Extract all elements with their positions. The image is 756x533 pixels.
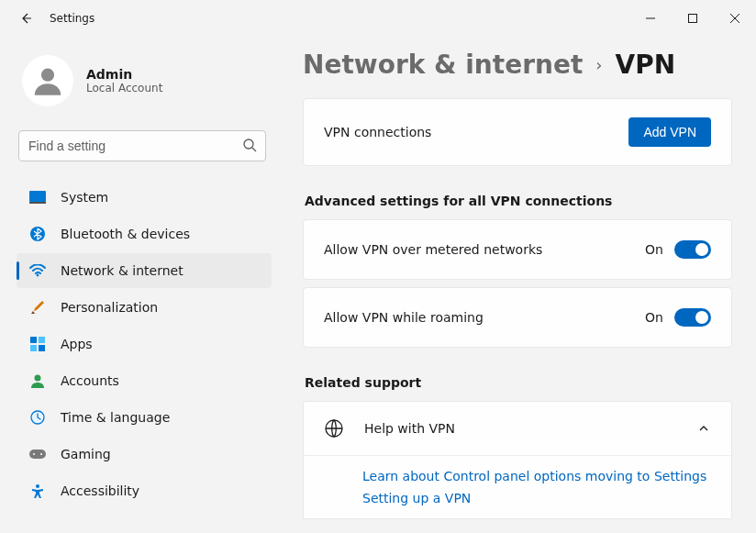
- sidebar-item-network[interactable]: Network & internet: [17, 253, 272, 288]
- expander-title: Help with VPN: [364, 421, 678, 436]
- globe-help-icon: [324, 418, 344, 439]
- svg-rect-10: [39, 345, 45, 351]
- help-link[interactable]: Setting up a VPN: [362, 491, 711, 505]
- profile-sub: Local Account: [86, 82, 162, 94]
- svg-rect-8: [39, 337, 45, 343]
- maximize-icon: [688, 14, 697, 23]
- nav-list: System Bluetooth & devices Network & int…: [17, 180, 272, 508]
- toggle-label: Allow VPN over metered networks: [324, 242, 542, 257]
- minimize-button[interactable]: [629, 4, 672, 33]
- sidebar-item-accessibility[interactable]: Accessibility: [17, 473, 272, 508]
- sidebar-item-system[interactable]: System: [17, 180, 272, 215]
- account-icon: [29, 372, 46, 389]
- wifi-icon: [29, 262, 46, 279]
- breadcrumb: Network & internet › VPN: [303, 50, 732, 80]
- search-input[interactable]: [18, 130, 266, 161]
- sidebar: Admin Local Account System Bluetooth & d…: [0, 37, 275, 533]
- profile-block[interactable]: Admin Local Account: [17, 46, 272, 121]
- profile-name: Admin: [86, 67, 162, 82]
- help-expander-header[interactable]: Help with VPN: [303, 401, 732, 456]
- toggle-switch[interactable]: [674, 240, 711, 259]
- avatar: [22, 55, 73, 106]
- svg-rect-4: [29, 202, 46, 204]
- svg-point-1: [41, 69, 54, 82]
- close-button[interactable]: [714, 4, 756, 33]
- card-title: VPN connections: [324, 125, 431, 139]
- window-controls: [629, 4, 756, 33]
- bluetooth-icon: [29, 226, 46, 242]
- svg-point-14: [33, 453, 35, 455]
- brush-icon: [29, 299, 46, 316]
- display-icon: [29, 189, 46, 205]
- gamepad-icon: [29, 446, 46, 462]
- toggle-label: Allow VPN while roaming: [324, 310, 484, 325]
- add-vpn-button[interactable]: Add VPN: [628, 117, 711, 147]
- breadcrumb-parent[interactable]: Network & internet: [303, 50, 583, 80]
- svg-point-6: [37, 274, 39, 277]
- sidebar-item-label: Personalization: [61, 300, 158, 315]
- arrow-left-icon: [18, 11, 33, 26]
- svg-rect-13: [29, 450, 46, 459]
- sidebar-item-label: Apps: [61, 337, 93, 351]
- sidebar-item-label: System: [61, 190, 108, 205]
- sidebar-item-accounts[interactable]: Accounts: [17, 363, 272, 398]
- sidebar-item-label: Time & language: [61, 410, 170, 425]
- window-title: Settings: [50, 12, 94, 25]
- minimize-icon: [646, 14, 655, 23]
- help-link[interactable]: Learn about Control panel options moving…: [362, 469, 711, 483]
- back-button[interactable]: [18, 11, 33, 26]
- sidebar-item-apps[interactable]: Apps: [17, 327, 272, 361]
- toggle-switch[interactable]: [674, 308, 711, 327]
- search-icon: [242, 138, 257, 152]
- help-expander-body: Learn about Control panel options moving…: [303, 456, 732, 519]
- sidebar-item-time[interactable]: Time & language: [17, 400, 272, 435]
- toggle-roaming: Allow VPN while roaming On: [303, 287, 732, 348]
- sidebar-item-label: Network & internet: [61, 263, 183, 278]
- sidebar-item-label: Accessibility: [61, 483, 139, 498]
- svg-rect-0: [689, 15, 697, 23]
- svg-rect-9: [30, 345, 37, 351]
- vpn-connections-card: VPN connections Add VPN: [303, 98, 732, 166]
- maximize-button[interactable]: [672, 4, 714, 33]
- titlebar: Settings: [0, 0, 756, 37]
- clock-globe-icon: [29, 409, 46, 426]
- main-panel: Network & internet › VPN VPN connections…: [275, 37, 756, 533]
- chevron-up-icon: [698, 422, 711, 435]
- sidebar-item-label: Accounts: [61, 373, 119, 388]
- sidebar-item-label: Bluetooth & devices: [61, 227, 190, 241]
- toggle-state-text: On: [645, 310, 663, 325]
- svg-rect-3: [29, 191, 46, 202]
- accessibility-icon: [29, 483, 46, 499]
- svg-rect-7: [30, 337, 37, 343]
- sidebar-item-gaming[interactable]: Gaming: [17, 437, 272, 472]
- person-icon: [30, 63, 65, 98]
- svg-point-16: [36, 484, 39, 488]
- chevron-right-icon: ›: [595, 55, 602, 74]
- related-heading: Related support: [305, 375, 732, 390]
- svg-point-2: [244, 139, 253, 149]
- toggle-metered-networks: Allow VPN over metered networks On: [303, 219, 732, 280]
- sidebar-item-bluetooth[interactable]: Bluetooth & devices: [17, 217, 272, 251]
- sidebar-item-label: Gaming: [61, 447, 111, 461]
- svg-point-15: [40, 453, 42, 455]
- svg-point-11: [35, 375, 41, 382]
- sidebar-item-personalization[interactable]: Personalization: [17, 290, 272, 325]
- advanced-heading: Advanced settings for all VPN connection…: [305, 194, 732, 208]
- close-icon: [730, 14, 739, 23]
- apps-icon: [29, 336, 46, 352]
- toggle-state-text: On: [645, 242, 663, 257]
- page-title: VPN: [615, 50, 675, 80]
